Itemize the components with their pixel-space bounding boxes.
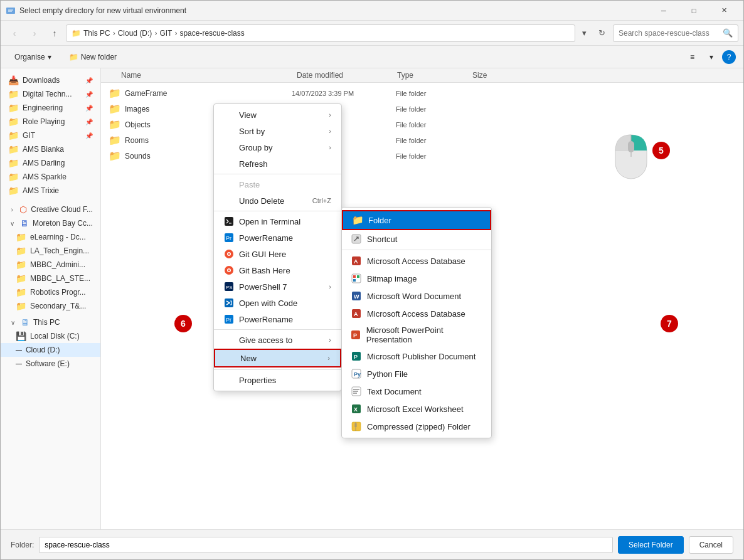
file-item-images[interactable]: 📁 Images File folder bbox=[101, 101, 743, 117]
ctx-label: Undo Delete bbox=[239, 196, 284, 206]
ctx-properties[interactable]: Properties bbox=[214, 372, 341, 388]
submenu-excel[interactable]: X Microsoft Excel Worksheet bbox=[342, 400, 491, 418]
new-folder-button[interactable]: 📁 New folder bbox=[63, 49, 123, 65]
file-type: File folder bbox=[396, 152, 471, 160]
folder-input[interactable] bbox=[39, 537, 613, 553]
submenu-word[interactable]: W Microsoft Word Document bbox=[342, 287, 491, 305]
submenu-bitmap[interactable]: Bitmap image bbox=[342, 270, 491, 287]
statusbar: Folder: Select Folder Cancel bbox=[1, 529, 743, 559]
ctx-view[interactable]: View › bbox=[214, 107, 341, 123]
sidebar-item-downloads[interactable]: 📥 Downloads 📌 bbox=[1, 73, 100, 87]
ctx-groupby[interactable]: Group by › bbox=[214, 139, 341, 156]
sidebar-item-amsbianka[interactable]: 📁 AMS Bianka bbox=[1, 142, 100, 156]
file-item-gameframe[interactable]: 📁 GameFrame 14/07/2023 3:39 PM File fold… bbox=[101, 85, 743, 101]
svg-point-6 bbox=[228, 253, 230, 255]
sidebar-item-cloudd[interactable]: ─ Cloud (D:) bbox=[1, 343, 100, 357]
pin-icon: 📌 bbox=[85, 77, 93, 84]
ctx-undodelete[interactable]: Undo Delete Ctrl+Z bbox=[214, 193, 341, 209]
sidebar-item-engineering[interactable]: 📁 Engineering 📌 bbox=[1, 101, 100, 115]
ctx-label: New bbox=[240, 354, 257, 363]
ctx-openwithcode[interactable]: Open with Code bbox=[214, 295, 341, 311]
sidebar-item-amssparkle[interactable]: 📁 AMS Sparkle bbox=[1, 170, 100, 184]
new-folder-icon: 📁 bbox=[69, 53, 78, 61]
refresh-button[interactable]: ↻ bbox=[593, 24, 610, 42]
search-box: 🔍 bbox=[613, 24, 738, 42]
submenu-folder[interactable]: 📁 Folder bbox=[343, 211, 490, 229]
submenu-powerpoint[interactable]: P Microsoft PowerPoint Presentation bbox=[342, 322, 491, 347]
column-date[interactable]: Date modified bbox=[297, 71, 397, 80]
new-folder-label: New folder bbox=[81, 53, 117, 61]
svg-text:A: A bbox=[354, 311, 358, 317]
sidebar-item-softwaree[interactable]: ─ Software (E:) bbox=[1, 357, 100, 371]
pin-icon: 📌 bbox=[85, 105, 93, 112]
titlebar-buttons: ─ □ ✕ bbox=[649, 1, 738, 21]
submenu-access1[interactable]: A Microsoft Access Database bbox=[342, 252, 491, 270]
sidebar-item-git[interactable]: 📁 GIT 📌 bbox=[1, 129, 100, 142]
sidebar-item-label: AMS Bianka bbox=[23, 145, 64, 154]
badge-7: 7 bbox=[661, 315, 678, 332]
ctx-powerrename1[interactable]: Pr PowerRename bbox=[214, 230, 341, 246]
up-button[interactable]: ↑ bbox=[46, 24, 63, 42]
sidebar-item-roleplaying[interactable]: 📁 Role Playing 📌 bbox=[1, 115, 100, 129]
view-toggle-button[interactable]: ≡ bbox=[684, 49, 701, 65]
ps-arrow: › bbox=[329, 283, 331, 290]
access-icon: A bbox=[351, 255, 362, 267]
drive-icon-d: ─ bbox=[16, 345, 22, 355]
submenu-zip[interactable]: Compressed (zipped) Folder bbox=[342, 418, 491, 435]
forward-button[interactable]: › bbox=[26, 24, 43, 42]
address-folder-icon: 📁 bbox=[72, 29, 81, 38]
submenu-publisher[interactable]: P Microsoft Publisher Document bbox=[342, 347, 491, 365]
downloads-folder-icon: 📥 bbox=[8, 75, 19, 85]
sidebar-item-localc[interactable]: 💾 Local Disk (C:) bbox=[1, 329, 100, 343]
sidebar-item-robotics[interactable]: 📁 Robotics Progr... bbox=[1, 285, 100, 299]
submenu-shortcut[interactable]: Shortcut bbox=[342, 230, 491, 248]
ctx-new[interactable]: New › bbox=[215, 350, 340, 366]
address-dropdown-button[interactable]: ▾ bbox=[578, 24, 590, 42]
expand-icon: ∨ bbox=[8, 219, 16, 228]
submenu-python[interactable]: Py Python File bbox=[342, 365, 491, 383]
amsd-folder-icon: 📁 bbox=[8, 158, 19, 168]
sidebar-item-latech[interactable]: 📁 LA_Tech_Engin... bbox=[1, 244, 100, 258]
sidebar-item-creativecloud[interactable]: › ⬡ Creative Cloud F... bbox=[1, 203, 100, 216]
back-button[interactable]: ‹ bbox=[6, 24, 23, 42]
column-type[interactable]: Type bbox=[397, 71, 472, 80]
select-folder-button[interactable]: Select Folder bbox=[618, 536, 684, 554]
sidebar-item-amstrixie[interactable]: 📁 AMS Trixie bbox=[1, 184, 100, 198]
address-bar[interactable]: 📁 This PC › Cloud (D:) › GIT › space-res… bbox=[66, 24, 575, 42]
address-sep2: › bbox=[154, 29, 157, 38]
paste-icon bbox=[224, 179, 234, 189]
sidebar-item-mbbcadmin[interactable]: 📁 MBBC_Admini... bbox=[1, 258, 100, 272]
sidebar-item-thispc[interactable]: ∨ 🖥 This PC bbox=[1, 315, 100, 329]
maximize-button[interactable]: □ bbox=[679, 1, 708, 21]
ctx-sortby[interactable]: Sort by › bbox=[214, 123, 341, 139]
sidebar-item-secondary[interactable]: 📁 Secondary_T&... bbox=[1, 299, 100, 313]
close-button[interactable]: ✕ bbox=[709, 1, 738, 21]
ctx-refresh[interactable]: Refresh bbox=[214, 156, 341, 172]
ctx-giveaccess[interactable]: Give access to › bbox=[214, 332, 341, 348]
sidebar-item-amsdarling[interactable]: 📁 AMS Darling bbox=[1, 156, 100, 170]
column-size[interactable]: Size bbox=[472, 71, 523, 80]
help-button[interactable]: ? bbox=[722, 50, 736, 64]
ctx-openinterminal[interactable]: Open in Terminal bbox=[214, 213, 341, 230]
column-name[interactable]: Name bbox=[121, 71, 297, 80]
powerrename-icon1: Pr bbox=[224, 233, 234, 243]
ctx-powerrename2[interactable]: Pr PowerRename bbox=[214, 311, 341, 327]
search-input[interactable] bbox=[619, 29, 720, 38]
submenu-new: 📁 Folder Shortcut A Microsoft Access Dat… bbox=[341, 207, 492, 438]
view-dropdown-button[interactable]: ▾ bbox=[703, 49, 720, 65]
access2-icon: A bbox=[351, 308, 362, 319]
submenu-access2[interactable]: A Microsoft Access Database bbox=[342, 305, 491, 322]
sidebar-item-mbbclaste[interactable]: 📁 MBBC_LA_STE... bbox=[1, 272, 100, 285]
sidebar-item-moreton[interactable]: ∨ 🖥 Moreton Bay Cc... bbox=[1, 216, 100, 230]
ctx-gitbash[interactable]: Git Bash Here bbox=[214, 262, 341, 278]
sidebar-item-elearning[interactable]: 📁 eLearning - Dc... bbox=[1, 230, 100, 244]
submenu-text[interactable]: Text Document bbox=[342, 383, 491, 400]
cancel-button[interactable]: Cancel bbox=[689, 536, 733, 554]
organise-button[interactable]: Organise ▾ bbox=[8, 49, 58, 65]
sidebar-item-digital[interactable]: 📁 Digital Techn... 📌 bbox=[1, 87, 100, 101]
sidebar-item-label: Role Playing bbox=[23, 117, 65, 126]
ctx-powershell[interactable]: PS PowerShell 7 › bbox=[214, 278, 341, 295]
ctx-paste: Paste bbox=[214, 176, 341, 193]
minimize-button[interactable]: ─ bbox=[649, 1, 678, 21]
ctx-gitgui[interactable]: Git GUI Here bbox=[214, 246, 341, 262]
